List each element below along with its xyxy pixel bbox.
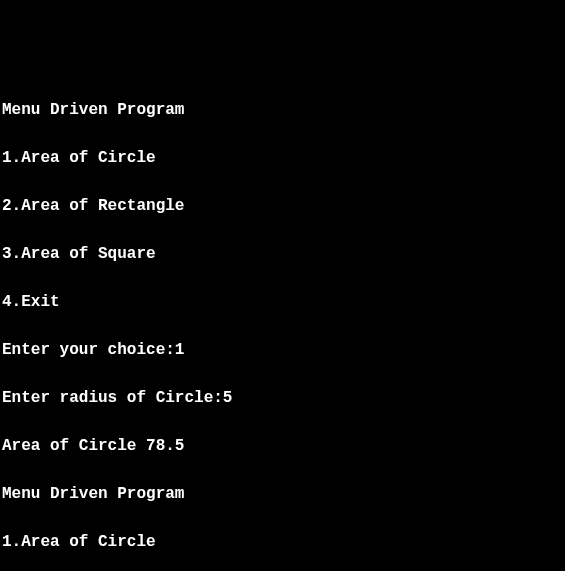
terminal-line: Enter your choice:1 (2, 338, 565, 362)
terminal-line: 3.Area of Square (2, 242, 565, 266)
terminal-line: Menu Driven Program (2, 98, 565, 122)
terminal-line: 2.Area of Rectangle (2, 194, 565, 218)
terminal-line: 4.Exit (2, 290, 565, 314)
terminal-line: Area of Circle 78.5 (2, 434, 565, 458)
terminal-line: 1.Area of Circle (2, 530, 565, 554)
terminal-line: Enter radius of Circle:5 (2, 386, 565, 410)
terminal-line: Menu Driven Program (2, 482, 565, 506)
terminal-line: 1.Area of Circle (2, 146, 565, 170)
